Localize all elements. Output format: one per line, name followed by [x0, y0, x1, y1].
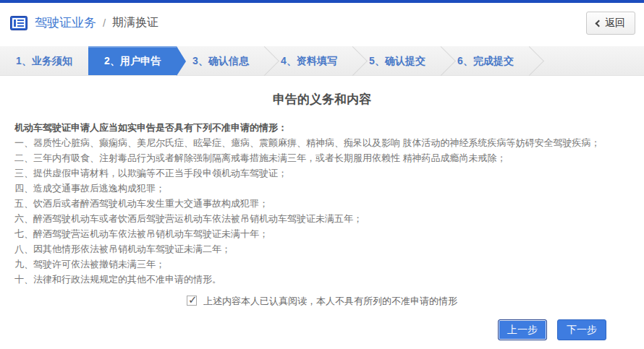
step-tab-6: 6、完成提交	[441, 46, 530, 75]
step-tab-4-label: 4、资料填写	[281, 55, 337, 66]
step-wizard: 1、业务须知 2、用户申告 3、确认信息 4、资料填写 5、确认提交 6、完成提…	[0, 46, 644, 76]
declaration-item-6: 六、醉酒驾驶机动车或者饮酒后驾驶营运机动车依法被吊销机动车驾驶证未满五年；	[14, 211, 630, 226]
agreement-checkbox-label[interactable]: 上述内容本人已认真阅读，本人不具有所列的不准申请的情形	[203, 296, 457, 306]
declaration-item-5: 五、饮酒后或者醉酒驾驶机动车发生重大交通事故构成犯罪；	[14, 196, 630, 211]
step-tab-2-active: 2、用户申告	[88, 46, 177, 75]
breadcrumb-current-page: 期满换证	[112, 15, 158, 30]
back-button-label: 返回	[605, 17, 625, 30]
breadcrumb-separator: /	[103, 17, 106, 29]
declaration-item-10: 十、法律和行政法规规定的其他不准申请的情形。	[14, 272, 630, 287]
declaration-item-1: 一、器质性心脏病、癫痫病、美尼尔氏症、眩晕症、癔病、震颤麻痹、精神病、痴呆以及影…	[14, 135, 630, 150]
chevron-left-icon	[596, 20, 603, 27]
step-tab-3-label: 3、确认信息	[192, 55, 249, 66]
page-title: 申告的义务和内容	[14, 91, 630, 108]
step-tab-1-label: 1、业务须知	[16, 55, 72, 66]
step-tab-1: 1、业务须知	[0, 46, 88, 75]
step-tab-3: 3、确认信息	[177, 46, 265, 75]
declaration-item-8: 八、因其他情形依法被吊销机动车驾驶证未满二年；	[14, 241, 630, 257]
step-tab-5-label: 5、确认提交	[369, 55, 425, 66]
declaration-item-3: 三、提供虚假申请材料，以欺骗等不正当手段申领机动车驾驶证；	[14, 165, 630, 181]
declaration-content: 申告的义务和内容 机动车驾驶证申请人应当如实申告是否具有下列不准申请的情形： 一…	[0, 91, 644, 308]
back-button[interactable]: 返回	[586, 12, 635, 35]
step-tab-2-label: 2、用户申告	[104, 55, 161, 66]
declaration-item-7: 七、醉酒驾驶营运机动车依法被吊销机动车驾驶证未满十年；	[14, 226, 630, 241]
next-step-button[interactable]: 下一步	[557, 319, 606, 340]
declaration-item-9: 九、驾驶许可依法被撤销未满三年；	[14, 257, 630, 272]
declaration-item-4: 四、造成交通事故后逃逸构成犯罪；	[14, 181, 630, 196]
declaration-intro: 机动车驾驶证申请人应当如实申告是否具有下列不准申请的情形：	[14, 120, 630, 135]
step-wizard-filler	[530, 46, 644, 75]
step-tab-6-label: 6、完成提交	[457, 55, 514, 66]
header: 驾驶证业务 / 期满换证 返回	[0, 3, 644, 43]
breadcrumb-business-type[interactable]: 驾驶证业务	[35, 14, 96, 31]
declaration-item-2: 二、三年内有吸食、注射毒品行为或者解除强制隔离戒毒措施未满三年，或者长期服用依赖…	[14, 150, 630, 165]
footer-actions: 上一步 下一步	[498, 319, 606, 340]
card-list-icon	[10, 16, 27, 30]
agreement-row: 上述内容本人已认真阅读，本人不具有所列的不准申请的情形	[14, 295, 630, 308]
step-tab-5: 5、确认提交	[353, 46, 441, 75]
agreement-checkbox[interactable]	[187, 296, 197, 306]
step-tab-4: 4、资料填写	[265, 46, 353, 75]
previous-step-button[interactable]: 上一步	[498, 319, 547, 340]
